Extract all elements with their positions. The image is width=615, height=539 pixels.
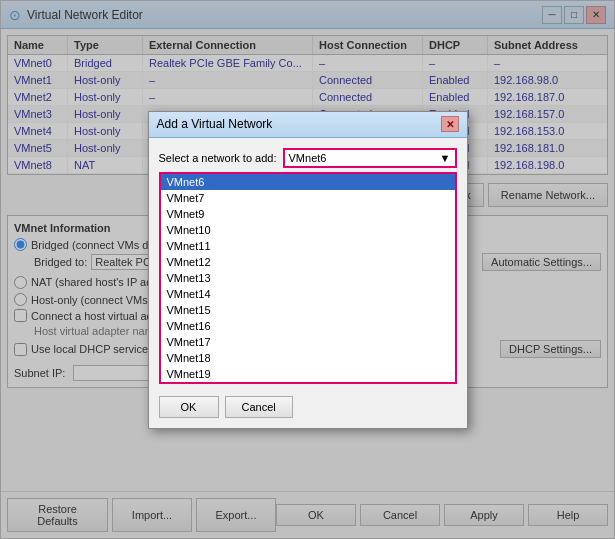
dropdown-item[interactable]: VMnet15 bbox=[161, 302, 455, 318]
dropdown-item[interactable]: VMnet12 bbox=[161, 254, 455, 270]
select-wrapper: VMnet6 ▼ bbox=[283, 148, 457, 168]
modal-title: Add a Virtual Network bbox=[157, 117, 273, 131]
dropdown-arrow-icon: ▼ bbox=[440, 152, 451, 164]
modal-overlay: Add a Virtual Network ✕ Select a network… bbox=[1, 1, 614, 538]
modal-body: Select a network to add: VMnet6 ▼ VMnet6… bbox=[149, 138, 467, 428]
dropdown-item[interactable]: VMnet6 bbox=[161, 174, 455, 190]
selected-network-value: VMnet6 bbox=[289, 152, 327, 164]
dropdown-item[interactable]: VMnet18 bbox=[161, 350, 455, 366]
dropdown-item[interactable]: VMnet17 bbox=[161, 334, 455, 350]
dropdown-item[interactable]: VMnet11 bbox=[161, 238, 455, 254]
select-network-row: Select a network to add: VMnet6 ▼ bbox=[159, 148, 457, 168]
modal-title-bar: Add a Virtual Network ✕ bbox=[149, 112, 467, 138]
dropdown-item[interactable]: VMnet16 bbox=[161, 318, 455, 334]
dropdown-item[interactable]: VMnet7 bbox=[161, 190, 455, 206]
modal-ok-button[interactable]: OK bbox=[159, 396, 219, 418]
modal-cancel-button[interactable]: Cancel bbox=[225, 396, 293, 418]
select-network-label: Select a network to add: bbox=[159, 152, 277, 164]
dropdown-list: VMnet6 VMnet7 VMnet9 VMnet10 VMnet11 VMn… bbox=[159, 172, 457, 384]
dropdown-item[interactable]: VMnet13 bbox=[161, 270, 455, 286]
main-window: ⊙ Virtual Network Editor ─ □ ✕ Name Type… bbox=[0, 0, 615, 539]
dropdown-item[interactable]: VMnet9 bbox=[161, 206, 455, 222]
dropdown-item[interactable]: VMnet19 bbox=[161, 366, 455, 382]
dropdown-item[interactable]: VMnet10 bbox=[161, 222, 455, 238]
modal-buttons: OK Cancel bbox=[159, 396, 457, 418]
modal-close-button[interactable]: ✕ bbox=[441, 116, 459, 132]
dropdown-header[interactable]: VMnet6 ▼ bbox=[283, 148, 457, 168]
dropdown-item[interactable]: VMnet14 bbox=[161, 286, 455, 302]
add-virtual-network-modal: Add a Virtual Network ✕ Select a network… bbox=[148, 111, 468, 429]
